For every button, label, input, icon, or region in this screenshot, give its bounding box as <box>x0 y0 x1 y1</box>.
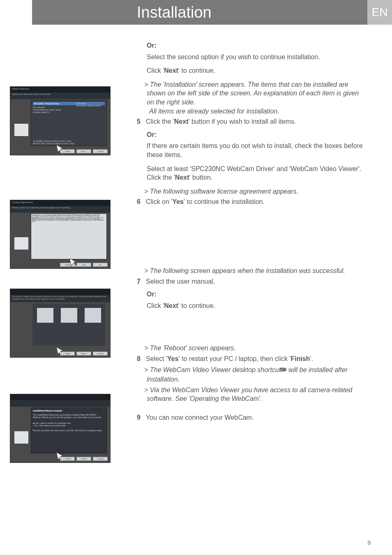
step-number: 8 <box>137 354 143 363</box>
no-button[interactable]: No <box>93 263 108 267</box>
spacer <box>10 369 125 394</box>
next-button[interactable]: Next > <box>76 352 91 356</box>
step-number: 5 <box>137 117 143 126</box>
license-text-panel: Philips End User License Agreement PLEAS… <box>31 213 107 259</box>
dialog-subtitle: Please read the following license agreem… <box>10 206 110 211</box>
step7: 7 Select the user manual. <box>137 277 367 286</box>
arrow-icon <box>55 451 65 461</box>
language-badge: EN <box>367 0 392 25</box>
next-label: Next <box>174 118 189 125</box>
finish-label: Finish <box>291 355 310 362</box>
feature-list-panel: SPC230NC WebCam Driver User Manual ArcSo… <box>31 100 107 146</box>
wizard-graphic <box>14 124 28 136</box>
step8-result: > The 'Reboot' screen appears. <box>144 344 367 353</box>
screenshot-reboot: InstallShield Wizard Complete The Instal… <box>10 394 111 463</box>
next-label: Next <box>164 67 178 74</box>
right-column: Or: Select the second option if you wish… <box>137 37 392 474</box>
cancel-button[interactable]: Cancel <box>93 352 108 356</box>
text: Select ' <box>146 355 167 362</box>
dialog-title: License Agreement <box>10 200 110 206</box>
dialog-buttons: < Back Next > Cancel <box>60 352 108 356</box>
text: ' button. <box>189 174 212 181</box>
top-click-next: Click 'Next' to continue. <box>137 66 367 75</box>
illustration <box>85 308 101 323</box>
spacer <box>137 315 367 344</box>
step-number: 6 <box>137 197 143 206</box>
cancel-button[interactable]: Cancel <box>93 457 108 461</box>
step8: 8 Select 'Yes' to restart your PC / lapt… <box>137 354 367 363</box>
illustration <box>61 308 77 323</box>
dialog-title <box>10 394 110 400</box>
next-button[interactable]: Next > <box>76 149 91 153</box>
svg-point-1 <box>284 368 286 371</box>
text: The following screen appears when the in… <box>150 267 345 274</box>
text: Click ' <box>147 67 164 74</box>
header-mid: Installation <box>32 0 367 25</box>
step6-result: > The following software license agreeme… <box>144 187 367 196</box>
page-number: 9 <box>367 539 371 546</box>
text: ' to continue. <box>178 302 215 309</box>
step5-or-2: Select at least 'SPC230NC WebCam Driver'… <box>137 164 367 182</box>
step-number: 9 <box>137 413 143 422</box>
step7-or: Click 'Next' to continue. <box>137 301 367 310</box>
feature-item: Acrobat reader 5.0 <box>33 111 105 113</box>
dialog-buttons: < Back Finish Cancel <box>60 457 108 461</box>
text: The WebCam Video Viewer desktop shortcut <box>150 366 283 373</box>
spacer <box>137 209 367 266</box>
step9: 9 You can now connect your WebCam. <box>137 413 367 422</box>
text: The following software license agreement… <box>150 188 298 195</box>
top-select-second: Select the second option if you wish to … <box>137 53 367 62</box>
wizard-graphic <box>14 431 28 444</box>
finish-button[interactable]: Finish <box>76 457 91 461</box>
step7-result: > The following screen appears when the … <box>144 266 367 275</box>
step5-result: > The 'Installation' screen appears. The… <box>144 80 367 116</box>
viewer-shortcut-icon <box>283 366 287 375</box>
text: ' button if you wish to install all item… <box>189 118 296 125</box>
reboot-panel: InstallShield Wizard Complete The Instal… <box>31 407 107 453</box>
yes-button[interactable]: Yes <box>76 263 91 267</box>
screenshot-success: You need to restart your computer before… <box>10 289 111 358</box>
dialog-title: Select Features <box>10 87 110 92</box>
text: Click ' <box>147 302 164 309</box>
step-text: Select the user manual. <box>146 277 215 286</box>
content: Select Features Select the features setu… <box>0 25 392 474</box>
step5: 5 Click the 'Next' button if you wish to… <box>137 117 367 126</box>
text: The 'Installation' screen appears. The i… <box>147 81 359 106</box>
header-gutter <box>0 0 32 25</box>
page-title: Installation <box>137 4 212 21</box>
complete-text: The InstallShield Wizard has successfull… <box>33 414 105 419</box>
arrow-icon <box>55 143 65 154</box>
illustration <box>37 308 53 323</box>
yes-label: Yes <box>172 198 184 205</box>
arrow-icon <box>55 345 65 356</box>
text: '. <box>310 355 314 362</box>
step8-sub1: > The WebCam Video Viewer desktop shortc… <box>144 365 367 384</box>
text: All items are already selected for insta… <box>147 107 279 116</box>
step-text: Select 'Yes' to restart your PC / laptop… <box>146 354 313 363</box>
wizard-graphic <box>14 237 28 250</box>
step8-sub2: > Via the WebCam Video Viewer you have a… <box>144 386 367 403</box>
yes-label: Yes <box>167 355 179 362</box>
screenshot-license: License Agreement Please read the follow… <box>10 200 111 269</box>
space-info: 11.25 MB of space required on the C driv… <box>33 140 74 145</box>
text: ' to continue. <box>178 67 215 74</box>
spacer <box>10 167 125 200</box>
dialog-subtitle: You need to restart your computer before… <box>10 295 110 302</box>
step-number: 7 <box>137 277 143 286</box>
step-text: Click on 'Yes' to continue the installat… <box>146 197 265 206</box>
text: ' to restart your PC / laptop, then clic… <box>179 355 291 362</box>
text: Click the ' <box>146 118 174 125</box>
header-bar: Installation EN <box>0 0 392 25</box>
or-heading: Or: <box>147 130 367 139</box>
next-label: Next <box>164 302 178 309</box>
next-label: Next <box>175 174 189 181</box>
arrow-icon <box>68 257 78 267</box>
text: Via the WebCam Video Viewer you have acc… <box>147 386 352 402</box>
spacer <box>137 405 367 413</box>
text: Click on ' <box>146 198 172 205</box>
spacer <box>10 280 125 289</box>
cancel-button[interactable]: Cancel <box>93 149 108 153</box>
spacer <box>10 37 125 86</box>
step6: 6 Click on 'Yes' to continue the install… <box>137 197 367 206</box>
left-column: Select Features Select the features setu… <box>0 37 137 474</box>
